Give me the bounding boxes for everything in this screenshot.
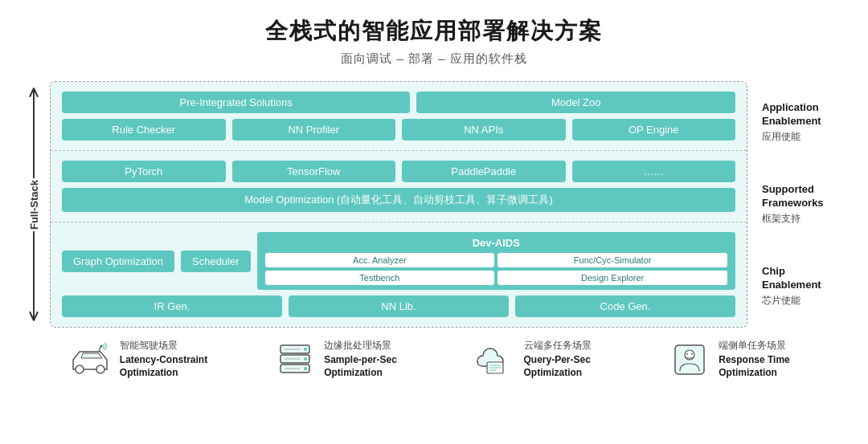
svg-point-26 [691,353,693,355]
bottom-en-car: Latency-ConstraintOptimization [120,354,207,379]
right-label-fw-en: SupportedFrameworks [762,183,844,210]
chip-row2: IR Gen. NN Lib. Code Gen. [62,295,735,317]
chip-scheduler: Scheduler [181,251,251,272]
bottom-en-person: Response TimeOptimization [719,354,789,379]
bottom-en-server: Sample-per-SecOptimization [324,354,397,379]
app-row2: Rule Checker NN Profiler NN APIs OP Engi… [62,119,735,141]
server-icon [274,342,316,376]
svg-point-14 [304,357,307,360]
right-labels-col: ApplicationEnablement 应用使能 SupportedFram… [755,81,844,328]
fullstack-label: Full-Stack [28,177,40,230]
bottom-item-car: 智能驾驶场景 Latency-ConstraintOptimization [40,339,237,379]
page-wrapper: 全栈式的智能应用部署解决方案 面向调试 – 部署 – 应用的软件栈 Full-S… [0,0,868,444]
svg-point-25 [686,353,688,355]
right-label-fw: SupportedFrameworks 框架支持 [755,163,844,245]
chip-ir-gen: IR Gen. [62,295,282,317]
app-row1: Pre-Integrated Solutions Model Zoo [62,92,735,113]
right-label-app-zh: 应用使能 [762,130,844,144]
chip-model-optimization: Model Optimization (自动量化工具、自动剪枝工具、算子微调工具… [62,188,735,212]
chip-paddlepaddle: PaddlePaddle [402,161,566,182]
chip-nn-apis: NN APIs [402,119,566,141]
sub-title: 面向调试 – 部署 – 应用的软件栈 [24,51,844,67]
layers-col: Pre-Integrated Solutions Model Zoo Rule … [50,81,747,328]
dev-aids-chip-3: Design Explorer [497,271,727,285]
svg-point-13 [304,348,307,351]
bottom-item-cloud: 云端多任务场景 Query-Per-SecOptimization [434,339,631,379]
dev-aids-chip-1: Func/Cyc-Simulator [497,253,727,267]
bottom-text-person: 端侧单任务场景 Response TimeOptimization [719,339,789,379]
cloud-icon [474,342,516,376]
layer-chip: Graph Optimization Scheduler Dev-AIDS Ac… [51,222,747,327]
layer-application: Pre-Integrated Solutions Model Zoo Rule … [51,82,747,151]
person-icon [669,342,710,376]
chip-op-engine: OP Engine [572,119,736,141]
chip-model-zoo: Model Zoo [416,92,735,113]
bottom-zh-car: 智能驾驶场景 [120,339,207,352]
bottom-zh-server: 边缘批处理场景 [324,339,397,352]
bottom-zh-cloud: 云端多任务场景 [524,339,592,352]
bottom-item-server: 边缘批处理场景 Sample-per-SecOptimization [237,339,434,379]
dev-aids-box: Dev-AIDS Acc. Analyzer Func/Cyc-Simulato… [257,232,735,290]
bottom-item-person: 端侧单任务场景 Response TimeOptimization [631,339,828,379]
dev-aids-inner: Acc. Analyzer Func/Cyc-Simulator Testben… [265,253,727,285]
fullstack-bracket: Full-Stack [24,81,43,328]
bottom-row: 智能驾驶场景 Latency-ConstraintOptimization 边缘… [24,339,844,379]
fw-row2: Model Optimization (自动量化工具、自动剪枝工具、算子微调工具… [62,188,735,212]
dev-aids-chip-2: Testbench [265,271,495,285]
bottom-text-car: 智能驾驶场景 Latency-ConstraintOptimization [120,339,207,379]
right-label-app: ApplicationEnablement 应用使能 [755,81,844,163]
chip-nn-profiler: NN Profiler [232,119,396,141]
chip-code-gen: Code Gen. [515,295,735,317]
bottom-zh-person: 端侧单任务场景 [719,339,789,352]
bottom-text-server: 边缘批处理场景 Sample-per-SecOptimization [324,339,397,379]
bottom-text-cloud: 云端多任务场景 Query-Per-SecOptimization [524,339,592,379]
dev-aids-chip-0: Acc. Analyzer [265,253,495,267]
fw-row1: PyTorch TensorFlow PaddlePaddle …… [62,161,735,182]
right-label-chip-en: ChipEnablement [762,265,844,292]
svg-point-15 [304,367,307,370]
chip-nn-lib: NN Lib. [289,295,509,317]
chip-pytorch: PyTorch [62,161,226,182]
chip-tensorflow: TensorFlow [232,161,396,182]
layer-frameworks: PyTorch TensorFlow PaddlePaddle …… Model… [51,151,747,222]
chip-pre-integrated: Pre-Integrated Solutions [62,92,410,113]
chip-ellipsis: …… [572,161,736,182]
chip-rule-checker: Rule Checker [62,119,226,141]
svg-point-9 [100,345,102,348]
diagram-area: Full-Stack Pre-Integrated Solutions Mode… [24,81,844,328]
svg-point-6 [96,365,104,373]
svg-point-5 [76,365,84,373]
car-icon [70,342,112,376]
right-label-chip: ChipEnablement 芯片使能 [755,246,844,328]
chip-row1: Graph Optimization Scheduler Dev-AIDS Ac… [62,232,735,290]
main-title: 全栈式的智能应用部署解决方案 [24,16,844,47]
bottom-en-cloud: Query-Per-SecOptimization [524,354,592,379]
right-label-app-en: ApplicationEnablement [762,101,844,128]
right-label-chip-zh: 芯片使能 [762,294,844,308]
dev-aids-title: Dev-AIDS [265,237,727,249]
right-label-fw-zh: 框架支持 [762,212,844,226]
chip-graph-opt: Graph Optimization [62,251,174,272]
svg-line-8 [99,347,100,352]
